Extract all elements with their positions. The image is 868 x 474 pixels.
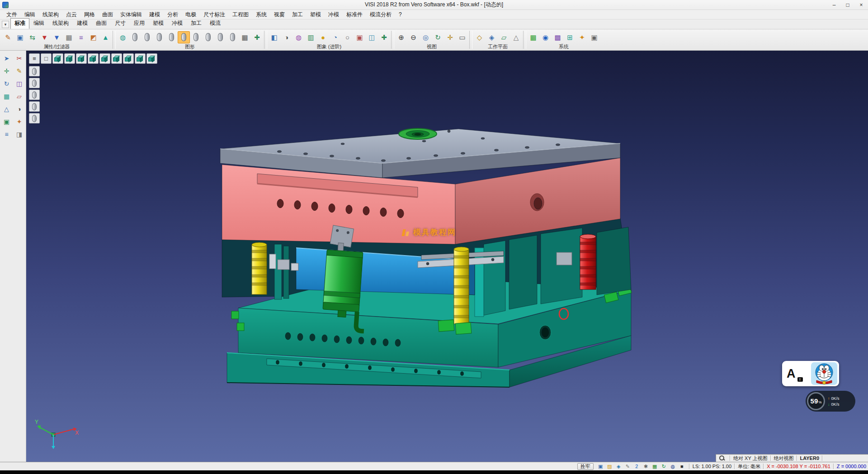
solid-box-icon[interactable]: ▣	[1, 116, 12, 127]
buffer-slot-icon[interactable]	[29, 90, 40, 100]
system-globe-icon[interactable]: ◉	[539, 31, 552, 43]
menu-item-模流分析[interactable]: 模流分析	[366, 10, 395, 19]
material-icon[interactable]: ▣	[354, 31, 366, 43]
filter-color-icon[interactable]: ◩	[87, 31, 99, 43]
search-icon[interactable]	[719, 455, 725, 461]
tab-尺寸[interactable]: 尺寸	[111, 18, 130, 29]
mirror-icon[interactable]: ◫	[14, 78, 25, 89]
settings-icon[interactable]: ✱	[642, 463, 650, 470]
iso-view-icon[interactable]	[123, 53, 134, 64]
layer-state-icon[interactable]	[165, 31, 178, 43]
tab-模流[interactable]: 模流	[206, 18, 225, 29]
toolbar-dropdown-icon[interactable]: ▾	[2, 21, 9, 28]
match-properties-icon[interactable]: ⇆	[26, 31, 38, 43]
tab-编辑[interactable]: 编辑	[29, 18, 48, 29]
filter-red-icon[interactable]: ▼	[38, 31, 51, 43]
workplane-rotate-icon[interactable]: △	[510, 31, 522, 43]
help-2-icon[interactable]: 2	[632, 463, 641, 470]
menu-item-工程图[interactable]: 工程图	[229, 10, 252, 19]
workplane-3pt-icon[interactable]: ◈	[486, 31, 498, 43]
buffer-slot-icon[interactable]	[29, 78, 40, 88]
display-icon[interactable]: ■	[678, 463, 686, 470]
tab-加工[interactable]: 加工	[187, 18, 206, 29]
draft-icon[interactable]: ✎	[623, 463, 632, 470]
sphere-render-icon[interactable]: ◍	[292, 31, 305, 43]
ortho-icon[interactable]: ◈	[614, 463, 623, 470]
pan-view-icon[interactable]: ✛	[444, 31, 456, 43]
menu-item-?[interactable]: ?	[395, 10, 406, 19]
layer-state-icon[interactable]	[178, 31, 190, 43]
shading-icon[interactable]: ◧	[268, 31, 280, 43]
layer-state-icon[interactable]	[129, 31, 141, 43]
tab-曲面[interactable]: 曲面	[92, 18, 111, 29]
view-window-icon[interactable]: ▭	[456, 31, 468, 43]
trim-icon[interactable]: ✂	[14, 52, 25, 64]
menu-item-系统[interactable]: 系统	[252, 10, 270, 19]
iso-view-icon[interactable]	[146, 53, 157, 64]
zoom-in-icon[interactable]: ⊕	[395, 31, 407, 43]
view-mode-label[interactable]: 绝对 XY 上视图	[733, 455, 768, 462]
copy-properties-icon[interactable]: ▣	[14, 31, 26, 43]
texture-icon[interactable]: ◫	[366, 31, 378, 43]
grid-icon[interactable]: ▦	[651, 463, 659, 470]
buffer-slot-icon[interactable]	[29, 113, 40, 123]
menu-item-塑模[interactable]: 塑模	[307, 10, 325, 19]
zoom-out-icon[interactable]: ⊖	[407, 31, 420, 43]
filter-type-icon[interactable]: ▲	[99, 31, 112, 43]
coordinate-mode-label[interactable]: 绝对视图	[774, 455, 794, 462]
hatch-icon[interactable]: ▥	[305, 31, 317, 43]
database-icon[interactable]: ◍	[669, 463, 677, 470]
rotate-view-icon[interactable]: ↻	[432, 31, 444, 43]
buffer-slot-icon[interactable]	[29, 66, 40, 76]
tab-塑模[interactable]: 塑模	[149, 18, 168, 29]
edit-properties-icon[interactable]: ✎	[2, 31, 14, 43]
tab-标准[interactable]: 标准	[10, 18, 29, 29]
plane-icon[interactable]: ▱	[14, 90, 25, 102]
tab-线架构[interactable]: 线架构	[48, 18, 73, 29]
iso-view-icon[interactable]	[64, 53, 75, 64]
snap-point-icon[interactable]: ✛	[1, 65, 12, 76]
menu-item-标准件[interactable]: 标准件	[343, 10, 366, 19]
viewport-3d[interactable]: ≡□ 模具教程网 X Y A	[26, 51, 868, 462]
iso-view-icon[interactable]	[99, 53, 110, 64]
layer-state-icon[interactable]	[214, 31, 226, 43]
speed-monitor-widget[interactable]: 59 % ↑0K/s ↓0K/s	[806, 391, 855, 412]
layer-state-icon[interactable]	[141, 31, 153, 43]
layer-state-icon[interactable]	[153, 31, 165, 43]
measure-icon[interactable]: ✦	[14, 116, 25, 127]
sketch-icon[interactable]: ✎	[14, 65, 25, 76]
light-icon[interactable]: ●	[317, 31, 329, 43]
zoom-fit-icon[interactable]: ◎	[420, 31, 432, 43]
system-settings-icon[interactable]: ✦	[576, 31, 588, 43]
add-view-icon[interactable]: ✚	[251, 31, 263, 43]
prism-icon[interactable]: △	[1, 103, 12, 114]
desktop-assistant-widget[interactable]: A T	[782, 361, 839, 386]
iso-view-icon[interactable]	[76, 53, 87, 64]
rotate-icon[interactable]: ↻	[1, 78, 12, 89]
mesh-icon[interactable]: ▦	[1, 90, 12, 102]
filter-layer-icon[interactable]: ≡	[75, 31, 87, 43]
layer-state-icon[interactable]	[202, 31, 214, 43]
section-icon[interactable]: ◨	[14, 128, 25, 140]
select-icon[interactable]: ➤	[1, 52, 12, 64]
system-display-icon[interactable]: ▣	[588, 31, 600, 43]
view-plane-icon[interactable]: □	[41, 53, 52, 64]
layer-state-icon[interactable]	[190, 31, 202, 43]
menu-item-视窗[interactable]: 视窗	[270, 10, 288, 19]
grid-toggle-icon[interactable]: ▦	[239, 31, 251, 43]
active-layer-label[interactable]: LAYER0	[800, 455, 819, 461]
add-light-icon[interactable]: ✚	[378, 31, 390, 43]
workplane-face-icon[interactable]: ▱	[498, 31, 510, 43]
select-mode-icon[interactable]: ▣	[596, 463, 605, 470]
iso-view-icon[interactable]	[135, 53, 146, 64]
system-window-icon[interactable]: ⊞	[564, 31, 576, 43]
menu-item-加工[interactable]: 加工	[288, 10, 307, 19]
snap-grid-icon[interactable]: ▨	[605, 463, 614, 470]
buffer-slot-icon[interactable]	[29, 101, 40, 112]
iso-view-icon[interactable]	[111, 53, 122, 64]
filter-all-icon[interactable]: ▦	[63, 31, 75, 43]
view-menu-icon[interactable]: ≡	[29, 53, 40, 64]
wireframe-icon[interactable]: ○	[341, 31, 354, 43]
lock-button[interactable]: 拴牢	[577, 463, 594, 470]
iso-view-icon[interactable]	[52, 53, 63, 64]
